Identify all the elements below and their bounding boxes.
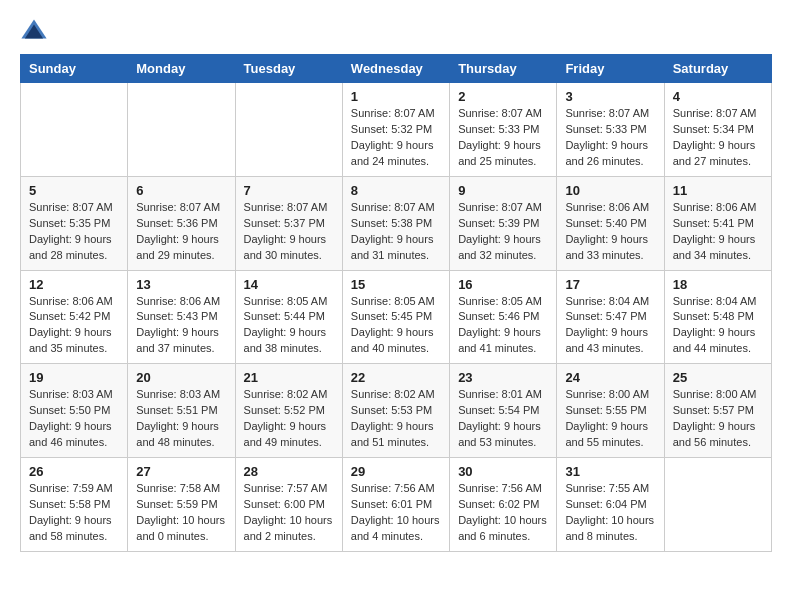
day-number: 17 [565, 277, 655, 292]
week-row-4: 19Sunrise: 8:03 AMSunset: 5:50 PMDayligh… [21, 364, 772, 458]
day-number: 29 [351, 464, 441, 479]
day-number: 13 [136, 277, 226, 292]
day-cell: 10Sunrise: 8:06 AMSunset: 5:40 PMDayligh… [557, 176, 664, 270]
day-cell: 2Sunrise: 8:07 AMSunset: 5:33 PMDaylight… [450, 83, 557, 177]
day-cell: 30Sunrise: 7:56 AMSunset: 6:02 PMDayligh… [450, 458, 557, 552]
day-cell [664, 458, 771, 552]
day-cell: 29Sunrise: 7:56 AMSunset: 6:01 PMDayligh… [342, 458, 449, 552]
week-row-3: 12Sunrise: 8:06 AMSunset: 5:42 PMDayligh… [21, 270, 772, 364]
day-info: Sunrise: 8:05 AMSunset: 5:45 PMDaylight:… [351, 294, 441, 358]
day-info: Sunrise: 8:01 AMSunset: 5:54 PMDaylight:… [458, 387, 548, 451]
day-info: Sunrise: 8:07 AMSunset: 5:33 PMDaylight:… [565, 106, 655, 170]
day-number: 25 [673, 370, 763, 385]
day-info: Sunrise: 8:07 AMSunset: 5:35 PMDaylight:… [29, 200, 119, 264]
weekday-header-wednesday: Wednesday [342, 55, 449, 83]
day-cell: 11Sunrise: 8:06 AMSunset: 5:41 PMDayligh… [664, 176, 771, 270]
day-info: Sunrise: 8:05 AMSunset: 5:46 PMDaylight:… [458, 294, 548, 358]
day-number: 27 [136, 464, 226, 479]
day-number: 19 [29, 370, 119, 385]
day-info: Sunrise: 8:02 AMSunset: 5:53 PMDaylight:… [351, 387, 441, 451]
day-number: 16 [458, 277, 548, 292]
day-number: 26 [29, 464, 119, 479]
day-cell [235, 83, 342, 177]
day-number: 10 [565, 183, 655, 198]
day-info: Sunrise: 8:06 AMSunset: 5:42 PMDaylight:… [29, 294, 119, 358]
day-cell: 31Sunrise: 7:55 AMSunset: 6:04 PMDayligh… [557, 458, 664, 552]
day-number: 7 [244, 183, 334, 198]
day-info: Sunrise: 8:07 AMSunset: 5:33 PMDaylight:… [458, 106, 548, 170]
day-number: 9 [458, 183, 548, 198]
day-cell: 4Sunrise: 8:07 AMSunset: 5:34 PMDaylight… [664, 83, 771, 177]
day-cell: 20Sunrise: 8:03 AMSunset: 5:51 PMDayligh… [128, 364, 235, 458]
day-info: Sunrise: 8:04 AMSunset: 5:48 PMDaylight:… [673, 294, 763, 358]
day-cell: 19Sunrise: 8:03 AMSunset: 5:50 PMDayligh… [21, 364, 128, 458]
day-cell: 9Sunrise: 8:07 AMSunset: 5:39 PMDaylight… [450, 176, 557, 270]
calendar-body: 1Sunrise: 8:07 AMSunset: 5:32 PMDaylight… [21, 83, 772, 552]
day-info: Sunrise: 8:07 AMSunset: 5:39 PMDaylight:… [458, 200, 548, 264]
week-row-1: 1Sunrise: 8:07 AMSunset: 5:32 PMDaylight… [21, 83, 772, 177]
day-number: 23 [458, 370, 548, 385]
day-cell: 26Sunrise: 7:59 AMSunset: 5:58 PMDayligh… [21, 458, 128, 552]
day-number: 15 [351, 277, 441, 292]
day-cell: 14Sunrise: 8:05 AMSunset: 5:44 PMDayligh… [235, 270, 342, 364]
day-info: Sunrise: 8:00 AMSunset: 5:55 PMDaylight:… [565, 387, 655, 451]
day-cell: 8Sunrise: 8:07 AMSunset: 5:38 PMDaylight… [342, 176, 449, 270]
day-info: Sunrise: 8:07 AMSunset: 5:37 PMDaylight:… [244, 200, 334, 264]
day-number: 11 [673, 183, 763, 198]
weekday-header-sunday: Sunday [21, 55, 128, 83]
day-cell [128, 83, 235, 177]
day-cell: 22Sunrise: 8:02 AMSunset: 5:53 PMDayligh… [342, 364, 449, 458]
day-number: 1 [351, 89, 441, 104]
day-number: 4 [673, 89, 763, 104]
day-number: 24 [565, 370, 655, 385]
day-cell: 6Sunrise: 8:07 AMSunset: 5:36 PMDaylight… [128, 176, 235, 270]
week-row-2: 5Sunrise: 8:07 AMSunset: 5:35 PMDaylight… [21, 176, 772, 270]
day-info: Sunrise: 8:04 AMSunset: 5:47 PMDaylight:… [565, 294, 655, 358]
day-info: Sunrise: 8:03 AMSunset: 5:51 PMDaylight:… [136, 387, 226, 451]
day-cell: 28Sunrise: 7:57 AMSunset: 6:00 PMDayligh… [235, 458, 342, 552]
day-cell: 13Sunrise: 8:06 AMSunset: 5:43 PMDayligh… [128, 270, 235, 364]
day-info: Sunrise: 8:07 AMSunset: 5:32 PMDaylight:… [351, 106, 441, 170]
day-cell: 27Sunrise: 7:58 AMSunset: 5:59 PMDayligh… [128, 458, 235, 552]
day-info: Sunrise: 7:56 AMSunset: 6:02 PMDaylight:… [458, 481, 548, 545]
day-cell: 17Sunrise: 8:04 AMSunset: 5:47 PMDayligh… [557, 270, 664, 364]
day-number: 6 [136, 183, 226, 198]
calendar-table: SundayMondayTuesdayWednesdayThursdayFrid… [20, 54, 772, 552]
weekday-header-tuesday: Tuesday [235, 55, 342, 83]
day-info: Sunrise: 7:56 AMSunset: 6:01 PMDaylight:… [351, 481, 441, 545]
day-number: 5 [29, 183, 119, 198]
day-info: Sunrise: 8:06 AMSunset: 5:41 PMDaylight:… [673, 200, 763, 264]
day-cell: 24Sunrise: 8:00 AMSunset: 5:55 PMDayligh… [557, 364, 664, 458]
day-info: Sunrise: 8:07 AMSunset: 5:38 PMDaylight:… [351, 200, 441, 264]
day-cell: 21Sunrise: 8:02 AMSunset: 5:52 PMDayligh… [235, 364, 342, 458]
day-number: 22 [351, 370, 441, 385]
day-number: 14 [244, 277, 334, 292]
calendar-header: SundayMondayTuesdayWednesdayThursdayFrid… [21, 55, 772, 83]
day-cell: 1Sunrise: 8:07 AMSunset: 5:32 PMDaylight… [342, 83, 449, 177]
day-cell: 18Sunrise: 8:04 AMSunset: 5:48 PMDayligh… [664, 270, 771, 364]
day-info: Sunrise: 7:59 AMSunset: 5:58 PMDaylight:… [29, 481, 119, 545]
day-cell [21, 83, 128, 177]
day-info: Sunrise: 8:06 AMSunset: 5:40 PMDaylight:… [565, 200, 655, 264]
day-number: 3 [565, 89, 655, 104]
logo-icon [20, 16, 48, 44]
day-info: Sunrise: 7:55 AMSunset: 6:04 PMDaylight:… [565, 481, 655, 545]
day-number: 31 [565, 464, 655, 479]
day-cell: 23Sunrise: 8:01 AMSunset: 5:54 PMDayligh… [450, 364, 557, 458]
day-cell: 16Sunrise: 8:05 AMSunset: 5:46 PMDayligh… [450, 270, 557, 364]
day-info: Sunrise: 7:57 AMSunset: 6:00 PMDaylight:… [244, 481, 334, 545]
week-row-5: 26Sunrise: 7:59 AMSunset: 5:58 PMDayligh… [21, 458, 772, 552]
weekday-row: SundayMondayTuesdayWednesdayThursdayFrid… [21, 55, 772, 83]
weekday-header-saturday: Saturday [664, 55, 771, 83]
day-number: 8 [351, 183, 441, 198]
page: SundayMondayTuesdayWednesdayThursdayFrid… [0, 0, 792, 572]
day-number: 21 [244, 370, 334, 385]
day-info: Sunrise: 8:07 AMSunset: 5:36 PMDaylight:… [136, 200, 226, 264]
day-number: 28 [244, 464, 334, 479]
header [20, 16, 772, 44]
logo [20, 16, 52, 44]
day-info: Sunrise: 8:03 AMSunset: 5:50 PMDaylight:… [29, 387, 119, 451]
day-cell: 5Sunrise: 8:07 AMSunset: 5:35 PMDaylight… [21, 176, 128, 270]
day-cell: 15Sunrise: 8:05 AMSunset: 5:45 PMDayligh… [342, 270, 449, 364]
day-cell: 7Sunrise: 8:07 AMSunset: 5:37 PMDaylight… [235, 176, 342, 270]
